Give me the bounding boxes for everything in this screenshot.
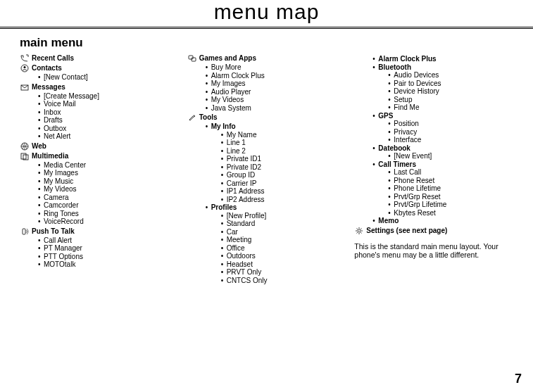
alarm-title: Alarm Clock Plus [378,55,436,63]
list-item: Private ID2 [221,163,352,172]
ptt-items: Call Alert PT Manager PTT Options MOTOta… [20,236,184,269]
list-item: Setup [388,96,519,104]
list-item: IP2 Address [221,196,352,204]
list-item: My Music [38,177,184,186]
tools-continued-items: Alarm Clock Plus Bluetooth Audio Devices… [354,55,519,225]
recent-calls-category: Recent Calls [20,54,184,63]
list-item: Camera [38,194,184,202]
recent-calls-title: Recent Calls [32,54,74,62]
svg-rect-8 [192,58,196,61]
web-icon [20,142,30,151]
calltimers-items: Last Call Phone Reset Phone Lifetime Prv… [378,168,519,217]
list-item: Audio Devices [388,71,519,80]
list-item: Phone Reset [388,177,519,185]
contacts-icon [20,64,30,72]
list-item: Device History [388,87,519,96]
list-item: Call Timers Last Call Phone Reset Phone … [372,160,519,217]
bluetooth-items: Audio Devices Pair to Devices Device His… [378,71,519,112]
list-item: Pair to Devices [388,80,519,88]
profiles-title: Profiles [211,203,237,211]
content-area: main menu Recent Calls Contacts [0,36,533,286]
bluetooth-title: Bluetooth [378,63,411,71]
list-item: [New Contact] [38,73,184,82]
list-item: Inbox [38,108,184,117]
games-items: Buy More Alarm Clock Plus My Images Audi… [187,63,352,112]
list-item: Line 2 [221,147,352,156]
list-item: [Create Message] [38,92,184,101]
myinfo-items: My Name Line 1 Line 2 Private ID1 Privat… [211,131,352,204]
list-item: Ring Tones [38,210,184,218]
layout-note: This is the standard main menu layout. Y… [354,242,519,260]
list-item: [New Event] [388,152,519,160]
list-item: PRVT Only [221,268,352,277]
list-item: Group ID [221,171,352,179]
web-category: Web [20,142,184,151]
contacts-category: Contacts [New Contact] [20,64,184,82]
list-item: Office [221,244,352,253]
list-item: My Images [38,169,184,177]
list-item: Meeting [221,236,352,244]
list-item: Voice Mail [38,100,184,108]
list-item: Camcorder [38,201,184,210]
messages-icon [20,83,30,91]
list-item: Interface [388,136,519,144]
column-1: Recent Calls Contacts [New Contact] [20,54,184,286]
list-item: Net Alert [38,132,184,141]
list-item: My Videos [206,96,352,104]
list-item: Carrier IP [221,179,352,188]
ptt-icon [20,227,30,236]
list-item: CNTCS Only [221,277,352,285]
column-3: Alarm Clock Plus Bluetooth Audio Devices… [354,54,519,286]
list-item: Privacy [388,128,519,137]
list-item: Kbytes Reset [388,209,519,217]
myinfo-title: My Info [211,122,236,130]
settings-title: Settings (see next page) [366,227,447,234]
tools-items: My Info My Name Line 1 Line 2 Private ID… [187,122,352,284]
tools-title: Tools [199,113,218,121]
list-item: Line 1 [221,139,352,147]
datebook-title: Datebook [378,144,410,152]
list-item: PT Manager [38,244,184,253]
messages-items: [Create Message] Voice Mail Inbox Drafts… [20,92,184,141]
settings-icon [354,227,364,235]
list-item: Bluetooth Audio Devices Pair to Devices … [372,63,519,112]
games-icon [187,54,197,63]
list-item: Prvt/Grp Reset [388,193,519,201]
settings-category: Settings (see next page) [354,227,519,235]
list-item: Outdoors [221,252,352,260]
multimedia-icon [20,152,30,160]
list-item: Datebook [New Event] [372,144,519,160]
games-title: Games and Apps [199,54,256,62]
list-item: My Name [221,131,352,139]
datebook-items: [New Event] [378,152,519,160]
list-item: Phone Lifetime [388,184,519,193]
messages-category: Messages [Create Message] Voice Mail Inb… [20,83,184,141]
svg-rect-4 [21,153,26,159]
horizontal-rule [0,27,533,29]
list-item: Buy More [206,63,352,72]
list-item: Audio Player [206,88,352,96]
svg-point-9 [358,229,360,232]
page-title: menu map [0,0,533,27]
list-item: GPS Position Privacy Interface [372,112,519,144]
list-item: Media Center [38,161,184,170]
list-item: My Info My Name Line 1 Line 2 Private ID… [206,122,352,203]
list-item: IP1 Address [221,187,352,196]
tools-icon [187,113,197,122]
list-item: VoiceRecord [38,217,184,226]
page-number: 7 [515,372,522,386]
column-2: Games and Apps Buy More Alarm Clock Plus… [187,54,352,286]
list-item: Call Alert [38,236,184,245]
list-item: Position [388,120,519,128]
list-item: Prvt/Grp Lifetime [388,201,519,209]
tools-category: Tools My Info My Name Line 1 Line 2 Priv… [187,113,352,284]
svg-rect-7 [189,56,193,59]
list-item: Standard [221,220,352,228]
svg-point-1 [24,66,26,68]
list-item: My Images [206,80,352,88]
profiles-items: [New Profile] Standard Car Meeting Offic… [211,212,352,285]
contacts-items: [New Contact] [20,73,184,82]
list-item: Headset [221,260,352,269]
list-item: Profiles [New Profile] Standard Car Meet… [206,203,352,284]
svg-rect-6 [23,229,25,234]
